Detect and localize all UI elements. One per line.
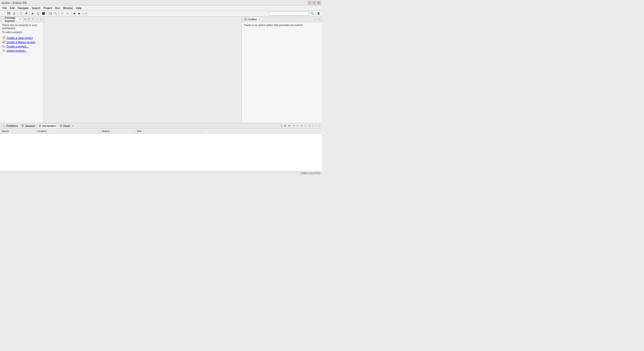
outline-tab-controls: — □ <box>313 18 321 21</box>
bottom-maximize-button[interactable]: □ <box>317 124 321 128</box>
toolbar-person-icon[interactable]: 👤 <box>316 11 321 16</box>
toolbar-run-button[interactable]: ▶ <box>30 11 35 16</box>
toolbar-refresh-button[interactable]: 🔄 <box>48 11 53 16</box>
bottom-separator <box>312 124 312 127</box>
outline-tab[interactable]: Outline ✕ <box>243 17 262 22</box>
toolbar-new-button[interactable]: 📄 <box>1 11 6 16</box>
col-header-info: Info <box>135 129 201 133</box>
toolbar-paste-button[interactable]: 📌 <box>24 11 29 16</box>
link-with-editor-button[interactable]: 🔗 <box>27 18 31 21</box>
create-project-link[interactable]: + Create a project... <box>2 45 42 48</box>
outline-maximize-button[interactable]: □ <box>317 18 321 21</box>
menu-project[interactable]: Project <box>42 6 53 10</box>
toolbar-search-input[interactable] <box>269 12 309 16</box>
maximize-panel-button[interactable]: □ <box>39 18 43 21</box>
bottom-step-button[interactable]: ⏭ <box>288 124 291 128</box>
tab-declaration-label: Declaration <box>42 124 56 127</box>
tab-problems[interactable]: ! Problems <box>1 123 20 128</box>
tab-javadoc-label: Javadoc <box>25 124 35 127</box>
toolbar-redo-button[interactable]: ↪ <box>65 11 70 16</box>
outline-tab-bar: Outline ✕ — □ <box>242 17 322 22</box>
bottom-clear-button[interactable]: ⊘ <box>300 124 303 128</box>
create-project-label[interactable]: Create a project... <box>7 45 28 48</box>
create-java-project-link[interactable]: J Create a Java project <box>2 36 42 40</box>
tab-hawk-close[interactable]: ✕ <box>72 125 74 127</box>
bottom-minimize-button[interactable]: — <box>313 124 317 128</box>
toolbar-separator-5 <box>71 12 71 16</box>
import-projects-link[interactable]: Import projects... <box>2 49 42 52</box>
toolbar-nav-fwd-button[interactable]: ▶ <box>77 11 82 16</box>
tab-hawk-label: Hawk <box>63 124 70 127</box>
outline-message: There is no active editor that provides … <box>244 24 303 27</box>
close-button[interactable]: ✕ <box>317 1 320 5</box>
menu-window[interactable]: Window <box>61 6 74 10</box>
tab-javadoc[interactable]: J Javadoc <box>20 123 37 128</box>
toolbar-undo-button[interactable]: ↩ <box>60 11 65 16</box>
col-header-rest <box>201 131 322 132</box>
minimize-panel-button[interactable]: — <box>35 18 39 21</box>
toolbar-stop-button[interactable]: ⬛ <box>41 11 46 16</box>
minimize-button[interactable]: − <box>308 1 311 5</box>
menu-file[interactable]: File <box>1 6 9 10</box>
package-explorer-tab[interactable]: Package Explorer ✕ <box>1 17 23 22</box>
bottom-filter-button[interactable]: ▽ <box>304 124 307 128</box>
toolbar-build-button[interactable]: 🔨 <box>53 11 58 16</box>
toolbar-search-icon[interactable]: 🔍 <box>310 11 315 16</box>
outline-minimize-button[interactable]: — <box>313 18 317 21</box>
toolbar-debug-button[interactable]: 🐛 <box>36 11 41 16</box>
toolbar-separator-2 <box>29 12 30 16</box>
outline-tab-label: Outline <box>248 18 257 21</box>
tab-hawk[interactable]: H Hawk ✕ <box>58 123 76 128</box>
no-projects-line2: To add a project: <box>2 31 42 34</box>
java-project-icon: J <box>2 36 6 40</box>
import-projects-label[interactable]: Import projects... <box>7 49 27 52</box>
svg-text:J: J <box>22 125 23 127</box>
panels-area: Package Explorer ✕ ⊟ 🔗 ▽ — □ There are n… <box>0 17 322 123</box>
menu-search[interactable]: Search <box>30 6 42 10</box>
svg-text:H: H <box>60 125 62 127</box>
menu-edit[interactable]: Edit <box>9 6 16 10</box>
outline-tab-close[interactable]: ✕ <box>258 18 261 21</box>
outline-content: There is no active editor that provides … <box>242 22 322 123</box>
view-menu-button[interactable]: ▽ <box>31 18 35 21</box>
toolbar-right-icons: 👤 <box>316 11 321 16</box>
import-projects-icon <box>2 49 6 52</box>
toolbar-nav-back-button[interactable]: ◀ <box>72 11 77 16</box>
bottom-search-button[interactable]: 🔍 <box>280 124 283 128</box>
maximize-button[interactable]: □ <box>312 1 316 5</box>
toolbar-separator-3 <box>47 12 47 16</box>
package-explorer-tab-label: Package Explorer <box>5 17 18 22</box>
package-explorer-tab-icon <box>3 18 4 21</box>
package-explorer-content: There are no projects in your workspace.… <box>0 22 44 123</box>
bottom-tab-bar: ! Problems J Javadoc D Declaration <box>0 123 322 129</box>
svg-text:+: + <box>3 46 5 48</box>
menu-run[interactable]: Run <box>53 6 61 10</box>
toolbar-save-button[interactable]: 💾 <box>6 11 11 16</box>
toolbar-copy-button[interactable]: 📋 <box>18 11 23 16</box>
toolbar-open-button[interactable]: 📂 <box>84 11 89 16</box>
menu-help[interactable]: Help <box>74 6 83 10</box>
create-java-project-label[interactable]: Create a Java project <box>7 36 33 39</box>
svg-text:!: ! <box>4 125 5 127</box>
problems-tab-icon: ! <box>3 124 6 127</box>
bottom-panel: ! Problems J Javadoc D Declaration <box>0 123 322 171</box>
svg-text:J: J <box>3 37 4 39</box>
bottom-run-button[interactable]: ▶ <box>284 124 287 128</box>
tab-problems-label: Problems <box>6 124 18 127</box>
create-maven-project-label[interactable]: Create a Maven project <box>7 41 35 44</box>
create-maven-project-link[interactable]: M Create a Maven project <box>2 40 42 44</box>
menu-navigate[interactable]: Navigate <box>16 6 30 10</box>
bottom-options-button[interactable]: ≡ <box>308 124 311 128</box>
status-bar-text: CSDH ©太宗THG <box>300 172 320 175</box>
bottom-refresh-button[interactable]: ↺ <box>292 124 295 128</box>
status-bar: CSDH ©太宗THG <box>0 171 322 176</box>
bottom-stop-button[interactable]: ✕ <box>296 124 299 128</box>
svg-text:M: M <box>3 42 4 43</box>
package-explorer-tab-controls: ⊟ 🔗 ▽ — □ <box>23 18 43 21</box>
collapse-all-button[interactable]: ⊟ <box>23 18 27 21</box>
toolbar-separator-4 <box>59 12 59 16</box>
toolbar-print-button[interactable]: 🖨 <box>12 11 17 16</box>
main-content: Package Explorer ✕ ⊟ 🔗 ▽ — □ There are n… <box>0 17 322 171</box>
tab-declaration[interactable]: D Declaration <box>37 123 58 128</box>
package-explorer-tab-close[interactable]: ✕ <box>19 18 22 21</box>
